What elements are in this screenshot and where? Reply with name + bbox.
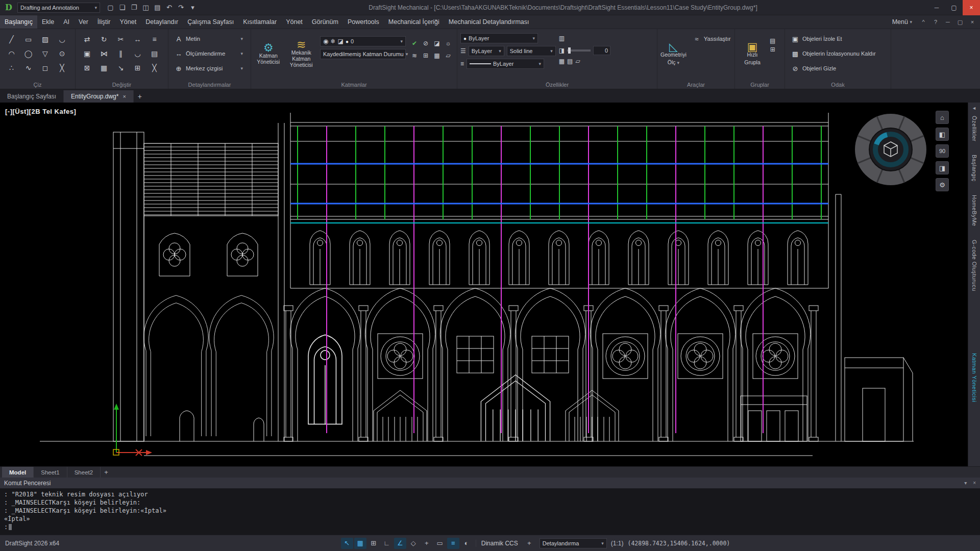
ribbon-tab[interactable]: Detaylandır xyxy=(141,15,183,29)
match-doc-icon[interactable]: ▱ xyxy=(575,58,580,65)
status-toggle-button[interactable]: ◐ xyxy=(460,538,473,549)
transparency-slider[interactable] xyxy=(567,49,591,52)
ribbon-tab[interactable]: Çalışma Sayfası xyxy=(183,15,238,29)
close-tab-icon[interactable]: × xyxy=(122,93,126,99)
new-document-button[interactable]: + xyxy=(134,90,146,103)
lineweight-dropdown[interactable]: ByLayer ▾ xyxy=(467,59,544,69)
ribbon-tab[interactable]: Görünüm xyxy=(307,15,343,29)
draw-tool-button[interactable]: ╱ xyxy=(3,32,20,46)
command-window-menu-icon[interactable]: ▾ xyxy=(964,480,967,486)
layer-state-dropdown[interactable]: Kaydedilmemiş Katman Durumu ▾ xyxy=(320,49,406,59)
modify-tool-button[interactable]: ▦ xyxy=(95,61,112,75)
workspace-selector[interactable]: Drafting and Annotation ▾ xyxy=(17,3,100,13)
doc-close-button[interactable]: × xyxy=(967,17,978,27)
quick-access-button[interactable]: ▢ xyxy=(105,3,116,13)
quick-access-button[interactable]: ↷ xyxy=(176,3,186,13)
layer-tool-button[interactable]: ⊞ xyxy=(420,49,431,62)
linestyle-dropdown[interactable]: Solid line ▾ xyxy=(507,46,556,56)
quick-group-button[interactable]: ▣ Hızlı Grupla xyxy=(738,32,767,77)
ribbon-tab[interactable]: Başlangıç xyxy=(0,15,37,29)
status-toggle-button[interactable]: ↖ xyxy=(341,538,353,549)
draw-tool-button[interactable]: ∿ xyxy=(20,61,37,75)
ribbon-tab[interactable]: Mechanical İçeriği xyxy=(384,15,444,29)
draw-tool-button[interactable]: ◻ xyxy=(37,61,54,75)
modify-tool-button[interactable]: ⇄ xyxy=(79,32,95,46)
draw-tool-button[interactable]: ◡ xyxy=(54,32,70,46)
ribbon-tab[interactable]: Powertools xyxy=(343,15,384,29)
flatten-button[interactable]: ≈ Yassılaştır xyxy=(690,32,734,45)
group-label-focus[interactable]: Odak xyxy=(785,82,891,88)
navigation-wheel[interactable] xyxy=(852,111,929,188)
status-toggle-button[interactable]: ∠ xyxy=(394,538,406,549)
side-panel-tab[interactable]: Katman Yöneticisi xyxy=(971,353,977,402)
view-panel-button[interactable]: ◧ xyxy=(936,128,949,141)
modify-tool-button[interactable]: ≡ xyxy=(146,32,163,46)
modify-tool-button[interactable]: ↔ xyxy=(129,32,146,46)
ribbon-tab[interactable]: Kısıtlamalar xyxy=(238,15,281,29)
collapse-ribbon-button[interactable]: ^ xyxy=(918,17,929,27)
modify-tool-button[interactable]: ↘ xyxy=(112,61,129,75)
side-panel-tab[interactable]: G-code Oluşturucu xyxy=(971,240,977,291)
modify-tool-button[interactable]: ↻ xyxy=(95,32,112,46)
layer-tool-button[interactable]: ⊘ xyxy=(420,37,431,49)
doc-minimize-button[interactable]: ─ xyxy=(942,17,953,27)
side-panel-tab[interactable]: HomeByMe xyxy=(971,195,977,226)
status-toggle-button[interactable]: ∟ xyxy=(381,538,393,549)
group-label-draw[interactable]: Çiz xyxy=(0,82,75,88)
draw-tool-button[interactable]: ◠ xyxy=(3,46,20,61)
quick-access-button[interactable]: ❏ xyxy=(117,3,128,13)
sheet-tab[interactable]: Sheet2 xyxy=(67,467,101,478)
draw-tool-button[interactable]: ▽ xyxy=(37,46,54,61)
add-ccs-button[interactable]: + xyxy=(523,538,535,549)
modify-tool-button[interactable]: ✂ xyxy=(112,32,129,46)
side-panel-tab[interactable]: Özellikler xyxy=(971,116,977,141)
quick-access-button[interactable]: ▾ xyxy=(187,3,198,13)
group-label-modify[interactable]: Değiştir xyxy=(76,82,168,88)
transparency-value[interactable]: 0 xyxy=(593,46,610,55)
draw-tool-button[interactable]: ▭ xyxy=(20,32,37,46)
ribbon-tab[interactable]: Mechanical Detaylandırması xyxy=(444,15,534,29)
measure-geometry-button[interactable]: ◺ Geometriyi Ölç ▾ xyxy=(660,32,687,77)
group-label-tools[interactable]: Araçlar xyxy=(657,82,734,88)
modify-tool-button[interactable]: ⊞ xyxy=(129,61,146,75)
group-label-properties[interactable]: Özellikler xyxy=(457,82,657,88)
home-view-button[interactable]: ⌂ xyxy=(936,111,949,124)
ribbon-tab[interactable]: AI xyxy=(59,15,74,29)
ribbon-tab[interactable]: Ekle xyxy=(37,15,59,29)
modify-tool-button[interactable]: ▤ xyxy=(146,46,163,61)
layer-dropdown[interactable]: ◉ ❄ ◪ ● 0 ▾ xyxy=(320,36,406,46)
modify-tool-button[interactable]: ⊠ xyxy=(79,61,95,75)
draw-tool-button[interactable]: ╳ xyxy=(54,61,70,75)
status-toggle-button[interactable]: ≡ xyxy=(447,538,459,549)
modify-tool-button[interactable]: ╳ xyxy=(146,61,163,75)
draw-tool-button[interactable]: ◯ xyxy=(20,46,37,61)
status-toggle-button[interactable]: ⊞ xyxy=(368,538,380,549)
add-sheet-button[interactable]: + xyxy=(101,468,112,476)
status-toggle-button[interactable]: + xyxy=(421,538,433,549)
view-settings-button[interactable]: ⚙ xyxy=(936,178,949,191)
doc-restore-button[interactable]: ▢ xyxy=(954,17,966,27)
add-to-group-icon[interactable]: ⊞ xyxy=(770,46,775,53)
annotation-button[interactable]: ↔ Ölçümlendirme ▾ xyxy=(172,47,246,60)
layer-tool-button[interactable]: ≋ xyxy=(409,49,420,62)
match-rows-icon[interactable]: ▤ xyxy=(567,58,573,65)
drawing-canvas[interactable]: [-][Üst][2B Tel Kafes] xyxy=(0,103,968,466)
quick-access-button[interactable]: ❐ xyxy=(129,3,139,13)
help-button[interactable]: ? xyxy=(930,17,941,27)
layer-manager-button[interactable]: ⚙ Katman Yöneticisi xyxy=(254,32,283,77)
group-label-layers[interactable]: Katmanlar xyxy=(251,82,457,88)
match-grid-icon[interactable]: ▦ xyxy=(559,58,565,65)
draw-tool-button[interactable]: ⊙ xyxy=(54,46,70,61)
command-input-line[interactable]: : xyxy=(4,523,976,531)
dynamic-ccs-button[interactable]: Dinamik CCS xyxy=(476,540,523,547)
layer-tool-button[interactable]: ◪ xyxy=(431,37,443,49)
sheet-tab[interactable]: Sheet1 xyxy=(34,467,67,478)
pattern-icon[interactable]: ▥ xyxy=(559,35,565,42)
quick-access-button[interactable]: ↶ xyxy=(164,3,175,13)
annotation-scale-dropdown[interactable]: Detaylandırma ▾ xyxy=(540,538,607,548)
ribbon-tab[interactable]: Ver xyxy=(74,15,93,29)
sheet-tab[interactable]: Model xyxy=(2,467,34,478)
command-window-close-icon[interactable]: × xyxy=(973,480,976,486)
command-history[interactable]: : "R2018" teknik resim dosyası açılıyor:… xyxy=(0,489,980,535)
modify-tool-button[interactable]: ◡ xyxy=(129,46,146,61)
